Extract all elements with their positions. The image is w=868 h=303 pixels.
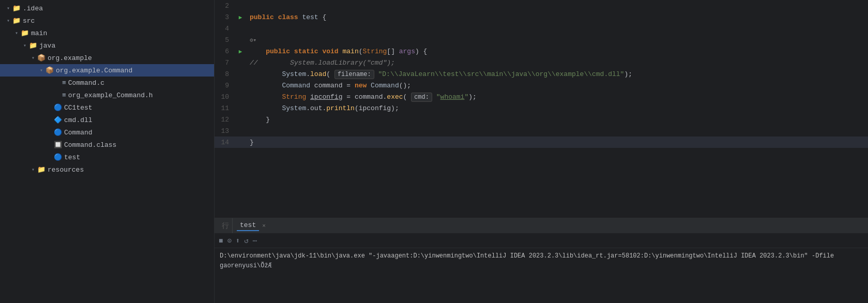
camera-icon[interactable]: ⊙ [227, 236, 231, 245]
tree-item-src[interactable]: ▾ 📁 src [0, 14, 214, 27]
tree-label-org-example-command-h: org_example_Command.h [68, 92, 153, 99]
line-num-6: 6 [215, 46, 235, 57]
line-num-13: 13 [215, 125, 235, 137]
circle-icon-command: 🔵 [54, 128, 62, 137]
gutter-11 [235, 102, 246, 114]
circle-icon-cc1test: 🔵 [54, 103, 62, 112]
folder-icon-main: 📁 [21, 29, 29, 37]
tree-item-command-c[interactable]: ≡ Command.c [0, 77, 214, 89]
more-icon[interactable]: ⋯ [253, 236, 257, 245]
gutter-6: ▶ [235, 46, 246, 57]
tree-label-cmd-dll: cmd.dll [64, 116, 93, 124]
tree-label-cc1test: CC1test [64, 104, 93, 112]
line-code-12: } [246, 114, 868, 125]
package-icon-org-example-command: 📦 [45, 66, 54, 74]
tree-item-org-example-command[interactable]: ▾ 📦 org.example.Command [0, 64, 214, 77]
gutter-14 [235, 137, 246, 148]
gutter-12 [235, 114, 246, 125]
line-num-4: 4 [215, 23, 235, 34]
tree-item-cc1test[interactable]: 🔵 CC1test [0, 101, 214, 114]
file-icon-org-example-command-h: ≡ [62, 92, 66, 99]
dll-icon-cmd: 🔷 [54, 116, 62, 124]
run-icon-bar: 行 [219, 218, 233, 233]
tree-label-main: main [31, 29, 47, 37]
line-code-11: System.out.println(ipconfig); [246, 102, 868, 114]
tree-label-command-c: Command.c [68, 79, 104, 87]
bottom-tabs-bar: 行 test × [215, 218, 868, 234]
line-num-3: 3 [215, 11, 235, 23]
tree-label-org-example-command: org.example.Command [56, 67, 132, 74]
file-tree: ▾ 📁 .idea ▾ 📁 src ▾ 📁 main ▾ 📁 java [0, 0, 215, 303]
line-num-12: 12 [215, 114, 235, 125]
line-code-2 [246, 0, 868, 11]
code-line-12: 12 } [215, 114, 868, 125]
arrow-resources: ▾ [29, 166, 37, 173]
arrow-java: ▾ [21, 42, 29, 49]
terminal-tab-test[interactable]: test [237, 220, 259, 231]
stop-icon[interactable]: ■ [219, 237, 223, 245]
code-line-8: 8 System.load( filename: "D:\\JavaLearn\… [215, 68, 868, 80]
line-num-11: 11 [215, 102, 235, 114]
code-line-10: 10 String ipconfig = command.exec( cmd: … [215, 91, 868, 102]
gutter-2 [235, 0, 246, 11]
tree-item-cmd-dll[interactable]: 🔷 cmd.dll [0, 114, 214, 126]
gutter-13 [235, 125, 246, 137]
tree-label-src: src [23, 17, 35, 25]
folder-icon-src: 📁 [12, 17, 21, 25]
line-num-9: 9 [215, 80, 235, 91]
line-code-6: public static void main(String[] args) { [246, 46, 868, 57]
gutter-8 [235, 68, 246, 80]
line-num-10: 10 [215, 91, 235, 102]
folder-icon-resources: 📁 [37, 165, 45, 174]
terminal-output-line: gaorenyusi\ÕžÆ [220, 261, 863, 271]
tree-label-resources: resources [48, 166, 84, 174]
export-icon[interactable]: ⬆ [236, 236, 240, 245]
line-code-5: ⚙️▾ [246, 34, 868, 46]
gutter-3: ▶ [235, 11, 246, 23]
code-line-3: 3 ▶ public class test { [215, 11, 868, 23]
tree-item-command[interactable]: 🔵 Command [0, 126, 214, 139]
editor-panel: 2 3 ▶ public class test { 4 [215, 0, 868, 303]
line-code-14: } [246, 137, 868, 148]
tree-item-command-class[interactable]: 🔲 Command.class [0, 139, 214, 151]
tree-item-test[interactable]: 🔵 test [0, 151, 214, 163]
line-num-5: 5 [215, 34, 235, 46]
line-code-3: public class test { [246, 11, 868, 23]
code-line-14: 14 } [215, 137, 868, 148]
package-icon-org-example: 📦 [37, 54, 45, 62]
tree-label-test: test [64, 154, 80, 161]
line-code-13 [246, 125, 868, 137]
code-line-7: 7 // System.loadLibrary("cmd"); [215, 57, 868, 68]
line-code-4 [246, 23, 868, 34]
code-line-13: 13 [215, 125, 868, 137]
class-icon-command: 🔲 [54, 141, 62, 149]
tree-item-org-example[interactable]: ▾ 📦 org.example [0, 52, 214, 64]
tree-item-idea[interactable]: ▾ 📁 .idea [0, 2, 214, 14]
gutter-10 [235, 91, 246, 102]
line-code-10: String ipconfig = command.exec( cmd: "wh… [246, 91, 868, 102]
gutter-4 [235, 23, 246, 34]
arrow-idea: ▾ [4, 5, 12, 11]
tree-item-org-example-command-h[interactable]: ≡ org_example_Command.h [0, 89, 214, 101]
terminal-content-area: D:\environment\java\jdk-11\bin\java.exe … [215, 248, 868, 303]
terminal-toolbar: ■ ⊙ ⬆ ↺ ⋯ [215, 234, 868, 248]
line-num-14: 14 [215, 137, 235, 148]
tab-close-button[interactable]: × [262, 223, 266, 229]
code-line-2: 2 [215, 0, 868, 11]
tree-item-java[interactable]: ▾ 📁 java [0, 39, 214, 52]
code-line-6: 6 ▶ public static void main(String[] arg… [215, 46, 868, 57]
gutter-5 [235, 34, 246, 46]
terminal-output: D:\environment\java\jdk-11\bin\java.exe … [215, 248, 868, 303]
file-icon-command-c: ≡ [62, 79, 66, 87]
line-num-8: 8 [215, 68, 235, 80]
tree-item-resources[interactable]: ▾ 📁 resources [0, 163, 214, 176]
arrow-main: ▾ [12, 30, 21, 36]
folder-icon-idea: 📁 [12, 4, 21, 12]
tree-label-org-example: org.example [48, 54, 92, 62]
line-num-7: 7 [215, 57, 235, 68]
bottom-panel: 行 test × ■ ⊙ ⬆ ↺ ⋯ D:\environment\java\j… [215, 218, 868, 303]
restore-icon[interactable]: ↺ [244, 236, 248, 245]
code-editor[interactable]: 2 3 ▶ public class test { 4 [215, 0, 868, 218]
terminal-cmd-line: D:\environment\java\jdk-11\bin\java.exe … [220, 251, 863, 261]
tree-item-main[interactable]: ▾ 📁 main [0, 27, 214, 39]
